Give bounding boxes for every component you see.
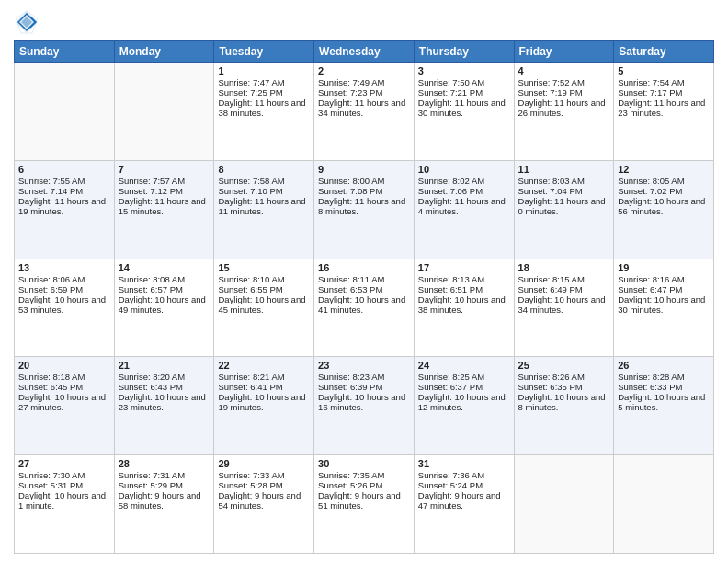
day-info-line: Daylight: 11 hours and 11 minutes. <box>218 196 310 216</box>
day-info-line: Daylight: 11 hours and 19 minutes. <box>18 196 110 216</box>
weekday-header-row: SundayMondayTuesdayWednesdayThursdayFrid… <box>15 41 714 63</box>
day-info-line: Daylight: 9 hours and 47 minutes. <box>418 490 510 511</box>
calendar-cell: 26Sunrise: 8:28 AMSunset: 6:33 PMDayligh… <box>614 357 714 455</box>
calendar-cell: 23Sunrise: 8:23 AMSunset: 6:39 PMDayligh… <box>314 357 415 455</box>
day-info-line: Daylight: 10 hours and 1 minute. <box>18 490 110 511</box>
calendar-cell: 24Sunrise: 8:25 AMSunset: 6:37 PMDayligh… <box>414 357 514 455</box>
day-info-line: Sunrise: 8:10 AM <box>218 274 310 284</box>
day-number: 4 <box>518 65 610 76</box>
calendar-cell: 28Sunrise: 7:31 AMSunset: 5:29 PMDayligh… <box>114 455 214 554</box>
calendar-cell: 1Sunrise: 7:47 AMSunset: 7:25 PMDaylight… <box>214 63 314 161</box>
day-info-line: Sunset: 6:55 PM <box>218 284 310 294</box>
day-info-line: Sunset: 7:04 PM <box>518 186 610 196</box>
day-info-line: Sunset: 7:06 PM <box>418 186 510 196</box>
day-info-line: Sunset: 7:02 PM <box>618 186 710 196</box>
day-number: 26 <box>618 360 710 371</box>
day-info-line: Sunset: 6:39 PM <box>318 382 410 392</box>
day-info-line: Sunrise: 7:49 AM <box>318 77 410 87</box>
calendar-cell <box>614 455 714 554</box>
day-info-line: Sunset: 7:12 PM <box>119 186 210 196</box>
day-info-line: Sunrise: 7:47 AM <box>218 77 310 87</box>
day-info-line: Daylight: 10 hours and 45 minutes. <box>218 294 310 315</box>
calendar-cell: 27Sunrise: 7:30 AMSunset: 5:31 PMDayligh… <box>15 455 115 554</box>
logo <box>14 9 42 35</box>
calendar-cell: 21Sunrise: 8:20 AMSunset: 6:43 PMDayligh… <box>114 357 214 455</box>
calendar-cell: 5Sunrise: 7:54 AMSunset: 7:17 PMDaylight… <box>614 63 714 161</box>
page: SundayMondayTuesdayWednesdayThursdayFrid… <box>0 0 728 563</box>
day-info-line: Sunrise: 8:06 AM <box>18 274 110 284</box>
day-info-line: Sunrise: 7:52 AM <box>518 77 610 87</box>
day-info-line: Sunset: 5:26 PM <box>318 480 410 490</box>
calendar-week-row: 1Sunrise: 7:47 AMSunset: 7:25 PMDaylight… <box>15 63 714 161</box>
day-info-line: Daylight: 10 hours and 8 minutes. <box>518 392 610 412</box>
day-info-line: Sunrise: 7:57 AM <box>119 176 210 186</box>
calendar-cell: 29Sunrise: 7:33 AMSunset: 5:28 PMDayligh… <box>214 455 314 554</box>
day-info-line: Sunrise: 8:00 AM <box>318 176 410 186</box>
calendar-table: SundayMondayTuesdayWednesdayThursdayFrid… <box>14 40 714 554</box>
day-info-line: Daylight: 11 hours and 26 minutes. <box>518 98 610 118</box>
day-info-line: Daylight: 11 hours and 8 minutes. <box>318 196 410 216</box>
header <box>14 9 714 35</box>
day-info-line: Daylight: 10 hours and 53 minutes. <box>18 294 110 315</box>
day-info-line: Sunset: 7:10 PM <box>218 186 310 196</box>
day-info-line: Daylight: 10 hours and 12 minutes. <box>418 392 510 412</box>
weekday-header-saturday: Saturday <box>614 41 714 63</box>
day-info-line: Sunrise: 7:33 AM <box>218 470 310 480</box>
day-info-line: Sunset: 7:19 PM <box>518 87 610 98</box>
day-info-line: Sunrise: 7:35 AM <box>318 470 410 480</box>
day-number: 6 <box>18 164 110 175</box>
calendar-cell: 16Sunrise: 8:11 AMSunset: 6:53 PMDayligh… <box>314 259 415 357</box>
day-info-line: Sunrise: 7:55 AM <box>18 176 110 186</box>
day-info-line: Sunset: 7:23 PM <box>318 87 410 98</box>
day-info-line: Sunset: 5:24 PM <box>418 480 510 490</box>
day-info-line: Sunrise: 7:30 AM <box>18 470 110 480</box>
day-info-line: Daylight: 10 hours and 19 minutes. <box>218 392 310 412</box>
day-info-line: Sunrise: 7:31 AM <box>119 470 210 480</box>
day-info-line: Sunrise: 8:16 AM <box>618 274 710 284</box>
day-info-line: Daylight: 9 hours and 54 minutes. <box>218 490 310 511</box>
day-number: 1 <box>218 65 310 76</box>
day-number: 28 <box>119 458 210 469</box>
day-number: 5 <box>618 65 710 76</box>
day-info-line: Sunrise: 8:20 AM <box>119 372 210 382</box>
day-number: 2 <box>318 65 410 76</box>
weekday-header-tuesday: Tuesday <box>214 41 314 63</box>
day-info-line: Sunrise: 8:13 AM <box>418 274 510 284</box>
day-info-line: Sunset: 6:53 PM <box>318 284 410 294</box>
weekday-header-monday: Monday <box>114 41 214 63</box>
day-number: 18 <box>518 262 610 273</box>
weekday-header-sunday: Sunday <box>15 41 115 63</box>
calendar-cell <box>15 63 115 161</box>
calendar-cell: 2Sunrise: 7:49 AMSunset: 7:23 PMDaylight… <box>314 63 415 161</box>
day-info-line: Daylight: 10 hours and 56 minutes. <box>618 196 710 216</box>
day-info-line: Sunrise: 7:50 AM <box>418 77 510 87</box>
day-info-line: Sunset: 6:59 PM <box>18 284 110 294</box>
day-number: 22 <box>218 360 310 371</box>
day-number: 17 <box>418 262 510 273</box>
day-info-line: Daylight: 10 hours and 30 minutes. <box>618 294 710 315</box>
day-info-line: Sunset: 7:08 PM <box>318 186 410 196</box>
day-info-line: Sunset: 6:57 PM <box>119 284 210 294</box>
day-number: 20 <box>18 360 110 371</box>
day-number: 24 <box>418 360 510 371</box>
calendar-cell: 6Sunrise: 7:55 AMSunset: 7:14 PMDaylight… <box>15 160 115 259</box>
day-info-line: Sunrise: 8:25 AM <box>418 372 510 382</box>
day-info-line: Sunrise: 8:11 AM <box>318 274 410 284</box>
day-number: 30 <box>318 458 410 469</box>
day-info-line: Sunset: 5:31 PM <box>18 480 110 490</box>
calendar-week-row: 27Sunrise: 7:30 AMSunset: 5:31 PMDayligh… <box>15 455 714 554</box>
day-info-line: Sunrise: 8:02 AM <box>418 176 510 186</box>
calendar-cell: 30Sunrise: 7:35 AMSunset: 5:26 PMDayligh… <box>314 455 415 554</box>
day-info-line: Daylight: 10 hours and 5 minutes. <box>618 392 710 412</box>
day-number: 23 <box>318 360 410 371</box>
day-number: 11 <box>518 164 610 175</box>
day-info-line: Daylight: 10 hours and 27 minutes. <box>18 392 110 412</box>
day-number: 15 <box>218 262 310 273</box>
calendar-cell: 18Sunrise: 8:15 AMSunset: 6:49 PMDayligh… <box>514 259 614 357</box>
day-info-line: Sunset: 5:29 PM <box>119 480 210 490</box>
day-number: 13 <box>18 262 110 273</box>
weekday-header-thursday: Thursday <box>414 41 514 63</box>
calendar-cell: 8Sunrise: 7:58 AMSunset: 7:10 PMDaylight… <box>214 160 314 259</box>
calendar-cell: 17Sunrise: 8:13 AMSunset: 6:51 PMDayligh… <box>414 259 514 357</box>
calendar-cell: 10Sunrise: 8:02 AMSunset: 7:06 PMDayligh… <box>414 160 514 259</box>
